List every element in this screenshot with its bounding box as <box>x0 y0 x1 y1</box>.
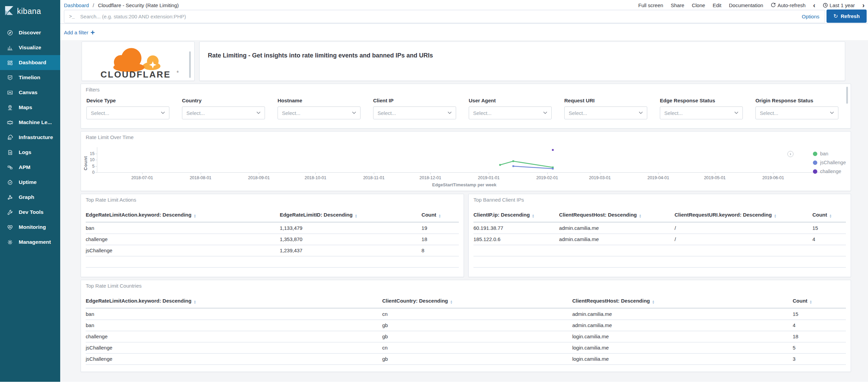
time-next-button[interactable]: › <box>862 2 865 8</box>
column-header[interactable]: EdgeRateLimitID: Descending▲▼ <box>280 209 421 222</box>
sidebar-item-graph[interactable]: Graph <box>0 190 60 205</box>
filter-select-user-agent[interactable]: Select... <box>469 106 552 119</box>
table-cell: 18 <box>793 331 846 342</box>
menu-clone[interactable]: Clone <box>692 2 705 8</box>
time-series-plot[interactable] <box>97 147 832 174</box>
panel-top-rate-limit-countries: Top Rate Limit Countries EdgeRateLimitAc… <box>81 280 851 372</box>
select-placeholder: Select... <box>760 110 778 116</box>
add-filter-button[interactable]: Add a filter <box>64 30 95 35</box>
sidebar-item-management[interactable]: Management <box>0 235 60 250</box>
panel-description-banner: Rate Limiting - Get insights into rate l… <box>199 41 845 81</box>
sidebar-item-canvas[interactable]: Canvas <box>0 85 60 100</box>
query-bar: >_ Options ↻ Refresh <box>60 10 868 24</box>
column-header[interactable]: Count▲▼ <box>793 295 846 308</box>
sidebar-item-logs[interactable]: Logs <box>0 145 60 160</box>
panel-title: Top Rate Limit Actions <box>86 197 136 203</box>
breadcrumb-dashboard-link[interactable]: Dashboard <box>64 2 89 8</box>
filter-select-country[interactable]: Select... <box>182 106 265 119</box>
data-point-ban[interactable] <box>499 164 501 166</box>
sidebar-item-label: Dashboard <box>19 60 46 66</box>
cloudflare-cloud-icon: CLOUDFLARE ® <box>87 43 189 80</box>
sidebar: kibana Discover Visualize Dashboard Time… <box>0 0 60 382</box>
table-cell: 60.191.38.77 <box>473 222 559 234</box>
select-placeholder: Select... <box>473 110 491 116</box>
table-row: jsChallengecnlogin.camilia.me5 <box>86 342 846 354</box>
legend-label: jsChallenge <box>820 160 846 165</box>
sidebar-item-machine-le[interactable]: Machine Le... <box>0 115 60 130</box>
column-header[interactable]: ClientCountry: Descending▲▼ <box>382 295 572 308</box>
main-area: Dashboard / Cloudflare - Security (Rate … <box>60 0 868 382</box>
query-options-link[interactable]: Options <box>796 14 825 19</box>
column-header[interactable]: Count▲▼ <box>421 209 459 222</box>
table-cell: 4 <box>793 320 846 331</box>
column-header[interactable]: EdgeRateLimitAction.keyword: Descending▲… <box>86 295 382 308</box>
panel-scrollbar[interactable] <box>846 87 848 104</box>
column-header[interactable]: EdgeRateLimitAction.keyword: Descending▲… <box>86 209 280 222</box>
sort-icon: ▲▼ <box>355 214 357 218</box>
sidebar-item-apm[interactable]: APM <box>0 160 60 175</box>
column-header[interactable]: ClientIP.ip: Descending▲▼ <box>473 209 559 222</box>
column-header[interactable]: ClientRequestHost: Descending▲▼ <box>559 209 674 222</box>
filter-select-client-ip[interactable]: Select... <box>373 106 456 119</box>
legend-label: challenge <box>820 169 841 174</box>
chevron-down-icon <box>161 112 165 114</box>
sidebar-item-label: Logs <box>19 149 31 155</box>
menu-documentation[interactable]: Documentation <box>729 2 763 8</box>
table-cell: 3 <box>793 354 846 365</box>
dev-tools-icon <box>7 209 13 216</box>
data-point-jsChallenge[interactable] <box>552 168 554 170</box>
sidebar-item-timelion[interactable]: Timelion <box>0 70 60 85</box>
table-row-empty <box>86 256 459 268</box>
legend-item-ban[interactable]: ban <box>813 149 846 158</box>
sidebar-item-dev-tools[interactable]: Dev Tools <box>0 205 60 220</box>
sidebar-item-label: Visualize <box>19 45 41 51</box>
table-cell: 1,133,479 <box>280 222 421 234</box>
sidebar-item-label: Uptime <box>19 179 37 185</box>
menu-share[interactable]: Share <box>671 2 684 8</box>
data-point-challenge[interactable] <box>552 149 554 151</box>
breadcrumb: Dashboard / Cloudflare - Security (Rate … <box>64 2 179 8</box>
sidebar-item-visualize[interactable]: Visualize <box>0 40 60 55</box>
time-previous-button[interactable]: ‹ <box>813 2 815 8</box>
refresh-button[interactable]: ↻ Refresh <box>827 10 867 23</box>
sidebar-item-infrastructure[interactable]: Infrastructure <box>0 130 60 145</box>
sidebar-item-uptime[interactable]: Uptime <box>0 175 60 190</box>
sidebar-item-label: Discover <box>19 30 41 36</box>
sidebar-item-label: Monitoring <box>19 224 46 230</box>
column-header[interactable]: ClientRequestURI.keyword: Descending▲▼ <box>674 209 812 222</box>
filter-select-origin-response-status[interactable]: Select... <box>755 106 838 119</box>
select-placeholder: Select... <box>664 110 683 116</box>
legend-item-jsChallenge[interactable]: jsChallenge <box>813 158 846 167</box>
column-header[interactable]: Count▲▼ <box>812 209 846 222</box>
kibana-home-link[interactable]: kibana <box>0 0 60 22</box>
kibana-app: kibana Discover Visualize Dashboard Time… <box>0 0 868 382</box>
sidebar-item-discover[interactable]: Discover <box>0 25 60 40</box>
legend-item-challenge[interactable]: challenge <box>813 167 846 176</box>
sidebar-nav: Discover Visualize Dashboard Timelion Ca… <box>0 25 60 250</box>
graph-icon <box>7 194 13 201</box>
time-picker-button[interactable]: Last 1 year <box>823 2 855 8</box>
sidebar-item-maps[interactable]: Maps <box>0 100 60 115</box>
auto-refresh-button[interactable]: Auto-refresh <box>771 2 806 8</box>
filter-select-hostname[interactable]: Select... <box>278 106 361 119</box>
panel-scrollbar[interactable] <box>189 51 191 78</box>
data-point-jsChallenge[interactable] <box>513 165 514 167</box>
data-point-ban[interactable] <box>513 160 514 162</box>
table-cell: 18 <box>421 234 459 245</box>
chevron-right-circle-icon[interactable]: › <box>787 151 794 157</box>
table-cell: login.camilia.me <box>572 331 792 342</box>
svg-text:®: ® <box>177 70 179 73</box>
bar-chart-icon <box>7 45 13 51</box>
sidebar-item-dashboard[interactable]: Dashboard <box>0 55 60 70</box>
table-cell: 19 <box>421 222 459 234</box>
filter-select-request-uri[interactable]: Select... <box>564 106 647 119</box>
column-header[interactable]: ClientRequestHost: Descending▲▼ <box>572 295 792 308</box>
table-cell: ban <box>86 308 382 320</box>
search-input[interactable] <box>80 13 796 20</box>
menu-edit[interactable]: Edit <box>713 2 721 8</box>
filter-select-edge-response-status[interactable]: Select... <box>660 106 743 119</box>
menu-full-screen[interactable]: Full screen <box>638 2 663 8</box>
filter-select-device-type[interactable]: Select... <box>86 106 169 119</box>
x-tick-label: 2018-10-01 <box>300 175 331 180</box>
sidebar-item-monitoring[interactable]: Monitoring <box>0 220 60 235</box>
